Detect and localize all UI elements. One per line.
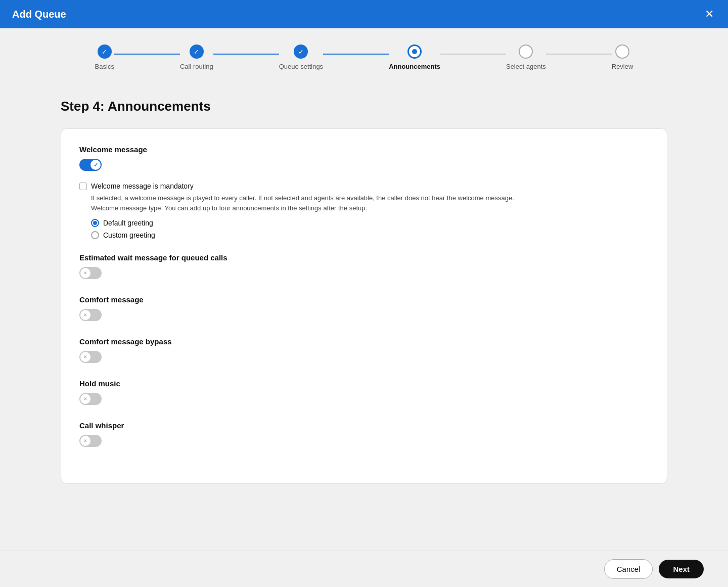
step-circle-call-routing: ✓ (190, 44, 204, 59)
call-whisper-section: Call whisper ✕ (79, 421, 649, 449)
hold-music-toggle[interactable]: ✕ (79, 393, 102, 405)
step-review: Review (612, 44, 633, 70)
comfort-bypass-toggle[interactable]: ✕ (79, 351, 102, 363)
next-button[interactable]: Next (659, 560, 704, 578)
default-greeting-label: Default greeting (103, 219, 153, 227)
custom-greeting-label: Custom greeting (103, 231, 155, 239)
welcome-message-toggle[interactable]: ✓ (79, 159, 102, 171)
estimated-wait-knob: ✕ (80, 268, 90, 278)
hold-music-knob: ✕ (80, 394, 90, 404)
connector-3 (323, 54, 389, 55)
comfort-message-toggle[interactable]: ✕ (79, 309, 102, 321)
mandatory-checkbox[interactable] (79, 183, 87, 190)
step-circle-select-agents (519, 44, 533, 59)
step-circle-basics: ✓ (98, 44, 112, 59)
comfort-bypass-section: Comfort message bypass ✕ (79, 337, 649, 365)
step-label-announcements: Announcements (389, 63, 440, 70)
step-label-call-routing: Call routing (180, 63, 213, 70)
welcome-info-text: If selected, a welcome message is played… (91, 193, 649, 213)
connector-1 (114, 54, 180, 55)
mandatory-checkbox-row[interactable]: Welcome message is mandatory (79, 182, 649, 190)
hold-music-section: Hold music ✕ (79, 379, 649, 407)
custom-greeting-radio[interactable]: Custom greeting (91, 231, 649, 239)
call-whisper-knob: ✕ (80, 436, 90, 446)
greeting-radio-group: Default greeting Custom greeting (91, 219, 649, 239)
connector-4 (440, 54, 506, 55)
connector-5 (546, 54, 612, 55)
comfort-bypass-knob: ✕ (80, 352, 90, 362)
call-whisper-label: Call whisper (79, 421, 649, 430)
comfort-bypass-label: Comfort message bypass (79, 337, 649, 346)
comfort-message-knob: ✕ (80, 310, 90, 320)
stepper: ✓ Basics ✓ Call routing ✓ Queue settings… (0, 28, 728, 82)
step-circle-review (615, 44, 629, 59)
call-whisper-toggle[interactable]: ✕ (79, 435, 102, 447)
step-label-review: Review (612, 63, 633, 70)
step-label-queue-settings: Queue settings (279, 63, 323, 70)
main-content: Step 4: Announcements Welcome message ✓ … (0, 82, 728, 534)
step-select-agents: Select agents (506, 44, 546, 70)
step-label-select-agents: Select agents (506, 63, 546, 70)
custom-radio-circle (91, 231, 99, 239)
welcome-message-label: Welcome message (79, 145, 649, 154)
comfort-message-label: Comfort message (79, 295, 649, 304)
toggle-knob: ✓ (90, 160, 101, 170)
step-basics: ✓ Basics (95, 44, 114, 70)
estimated-wait-toggle[interactable]: ✕ (79, 267, 102, 279)
form-card: Welcome message ✓ Welcome message is man… (61, 128, 667, 484)
step-queue-settings: ✓ Queue settings (279, 44, 323, 70)
close-button[interactable]: ✕ (703, 7, 716, 22)
default-radio-circle (91, 219, 99, 227)
default-greeting-radio[interactable]: Default greeting (91, 219, 649, 227)
dialog-header: Add Queue ✕ (0, 0, 728, 28)
step-announcements: Announcements (389, 44, 440, 70)
mandatory-checkbox-label: Welcome message is mandatory (91, 182, 194, 190)
page-title: Step 4: Announcements (61, 99, 667, 114)
cancel-button[interactable]: Cancel (604, 559, 653, 579)
step-circle-queue-settings: ✓ (294, 44, 308, 59)
welcome-message-section: Welcome message ✓ Welcome message is man… (79, 145, 649, 239)
comfort-message-section: Comfort message ✕ (79, 295, 649, 323)
dialog-title: Add Queue (12, 9, 66, 20)
hold-music-label: Hold music (79, 379, 649, 388)
connector-2 (213, 54, 279, 55)
step-circle-announcements (407, 44, 422, 59)
estimated-wait-section: Estimated wait message for queued calls … (79, 253, 649, 281)
step-call-routing: ✓ Call routing (180, 44, 213, 70)
footer: Cancel Next (0, 551, 728, 587)
estimated-wait-label: Estimated wait message for queued calls (79, 253, 649, 262)
step-label-basics: Basics (95, 63, 114, 70)
